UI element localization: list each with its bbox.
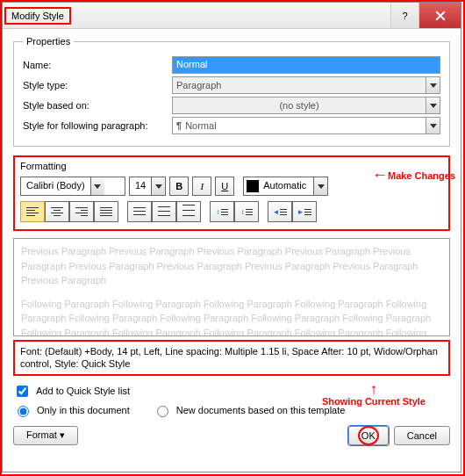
underline-button[interactable]: U [215, 177, 234, 196]
spacing-medium-button[interactable] [152, 201, 176, 222]
properties-legend: Properties [23, 36, 74, 47]
help-button[interactable]: ? [390, 3, 418, 28]
titlebar: Modify Style ? [3, 3, 461, 29]
decrease-indent-button[interactable]: ◄ [268, 201, 292, 222]
only-in-document-radio[interactable] [18, 406, 29, 417]
style-based-on-label: Style based on: [23, 100, 172, 111]
new-documents-label: New documents based on this template [176, 405, 346, 415]
bold-button[interactable]: B [169, 177, 189, 196]
align-left-button[interactable] [20, 201, 45, 222]
align-center-button[interactable] [45, 201, 69, 222]
font-size-select[interactable]: 14 [129, 177, 166, 196]
align-justify-button[interactable] [94, 201, 118, 222]
increase-indent-button[interactable]: ► [292, 201, 317, 222]
decrease-space-before-button[interactable]: ↕ [234, 201, 259, 222]
style-type-label: Style type: [23, 80, 172, 90]
chevron-down-icon [426, 97, 440, 113]
name-input[interactable]: Normal [172, 56, 440, 74]
add-quick-style-checkbox[interactable] [17, 386, 28, 397]
chevron-down-icon[interactable] [313, 177, 327, 195]
style-based-on-select: (no style) [172, 97, 440, 114]
format-button[interactable]: Format ▾ [13, 426, 78, 445]
style-type-select: Paragraph [172, 76, 440, 94]
chevron-down-icon[interactable] [151, 177, 165, 195]
chevron-down-icon[interactable] [90, 177, 104, 195]
dialog-title: Modify Style [4, 7, 71, 25]
style-description: Font: (Default) +Body, 14 pt, Left, Line… [13, 340, 450, 376]
style-following-label: Style for following paragraph: [23, 120, 172, 131]
annotation-make-changes: Make Changes [388, 170, 455, 181]
chevron-down-icon[interactable] [426, 118, 440, 133]
arrow-up-icon: ↑ [322, 382, 426, 396]
modify-style-dialog: Modify Style ? Properties Name: Normal S… [2, 2, 461, 472]
properties-group: Properties Name: Normal Style type: Para… [13, 36, 450, 147]
font-family-select[interactable]: Calibri (Body) [20, 177, 125, 196]
chevron-down-icon [426, 77, 440, 93]
pilcrow-icon: ¶ [176, 120, 182, 131]
ok-button[interactable]: OK [348, 426, 389, 445]
preview-pane: Previous Paragraph Previous Paragraph Pr… [13, 238, 450, 336]
spacing-double-button[interactable] [176, 201, 201, 222]
spacing-single-button[interactable] [127, 201, 152, 222]
name-label: Name: [23, 60, 172, 70]
increase-space-before-button[interactable]: ↕ [210, 201, 234, 222]
arrow-left-icon: ← [372, 166, 388, 184]
italic-button[interactable]: I [192, 177, 211, 196]
close-button[interactable] [418, 3, 461, 28]
font-color-select[interactable]: Automatic [243, 177, 328, 196]
new-documents-radio[interactable] [157, 406, 168, 417]
annotation-showing-current: Showing Current Style [322, 396, 426, 407]
style-following-select[interactable]: ¶Normal [172, 117, 440, 134]
only-in-document-label: Only in this document [37, 405, 130, 415]
cancel-button[interactable]: Cancel [394, 426, 450, 445]
align-right-button[interactable] [69, 201, 94, 222]
add-quick-style-label: Add to Quick Style list [36, 386, 130, 396]
